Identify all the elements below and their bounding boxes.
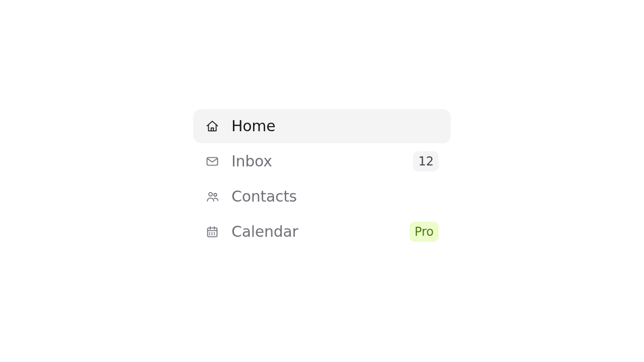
nav-item-label: Contacts (231, 188, 439, 206)
svg-rect-0 (207, 157, 218, 165)
nav-item-inbox[interactable]: Inbox 12 (193, 143, 451, 179)
nav-item-contacts[interactable]: Contacts (193, 179, 451, 214)
users-icon (205, 190, 219, 204)
svg-rect-3 (208, 228, 217, 237)
nav-list: Home Inbox 12 Contacts (193, 109, 451, 250)
nav-item-label: Inbox (231, 152, 401, 170)
svg-point-2 (214, 194, 217, 197)
nav-item-label: Home (231, 117, 439, 135)
home-icon (205, 119, 219, 133)
envelope-icon (205, 154, 219, 168)
inbox-count-badge: 12 (413, 151, 439, 171)
pro-badge: Pro (410, 222, 439, 242)
svg-point-1 (209, 193, 212, 196)
calendar-icon (205, 225, 219, 239)
nav-item-calendar[interactable]: Calendar Pro (193, 214, 451, 250)
nav-item-home[interactable]: Home (193, 109, 451, 143)
nav-item-label: Calendar (231, 223, 397, 241)
